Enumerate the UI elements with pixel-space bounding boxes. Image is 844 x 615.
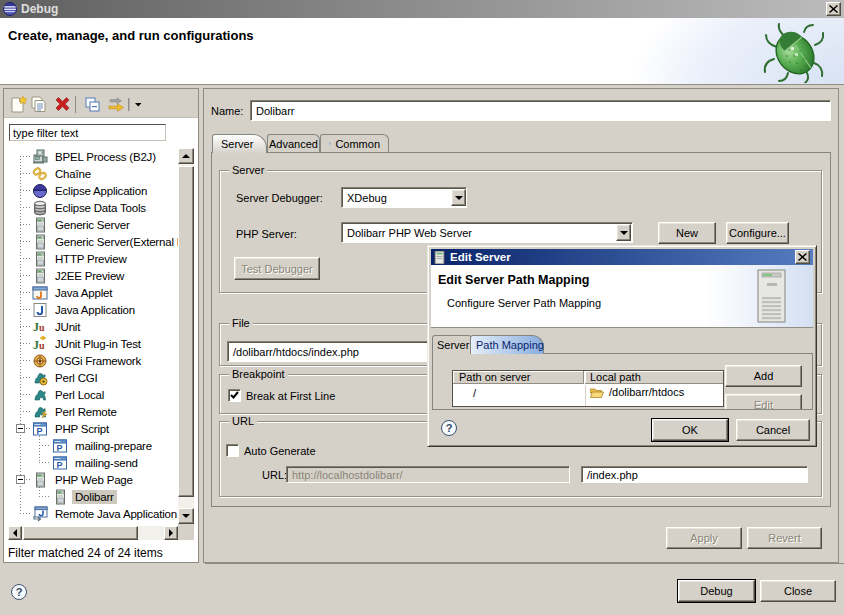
svg-text:P: P bbox=[37, 426, 43, 436]
svg-text:u: u bbox=[39, 340, 45, 351]
svg-text:P: P bbox=[57, 443, 63, 453]
svg-text:P: P bbox=[57, 460, 63, 470]
svg-text:u: u bbox=[39, 322, 45, 333]
